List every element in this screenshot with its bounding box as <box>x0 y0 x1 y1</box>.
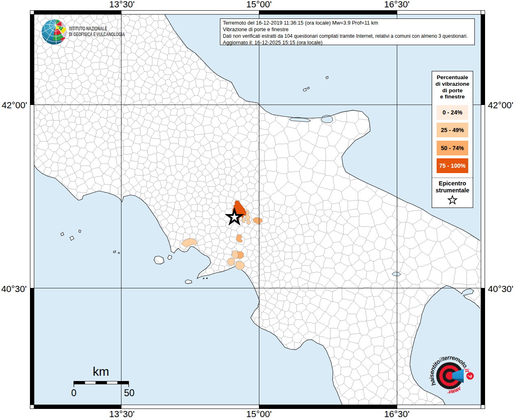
svg-text:0: 0 <box>71 388 77 398</box>
svg-text:ISTITUTO NAZIONALE: ISTITUTO NAZIONALE <box>69 25 107 32</box>
svg-text:km: km <box>93 365 109 378</box>
svg-text:50: 50 <box>124 388 135 398</box>
svg-text:DI GEOFISICA E VULCANOLOGIA: DI GEOFISICA E VULCANOLOGIA <box>69 31 125 37</box>
